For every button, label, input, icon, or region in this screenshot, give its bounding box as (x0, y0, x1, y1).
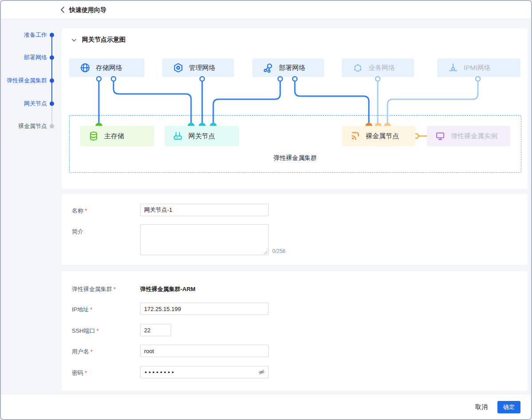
step-dot-3 (50, 78, 54, 83)
node-box-main-storage[interactable]: 主存储 (80, 126, 154, 146)
page-title: 快速使用向导 (69, 1, 106, 19)
confirm-button[interactable]: 确定 (497, 401, 520, 413)
deploy-network-icon (263, 62, 274, 73)
network-box-manage[interactable]: 管理网络 (162, 58, 234, 77)
step-item-network[interactable]: 部署网络 (1, 54, 47, 61)
step-item-cluster[interactable]: 弹性裸金属集群 (1, 78, 47, 84)
ipmi-network-icon (448, 62, 458, 73)
stepper-line-pending (51, 104, 52, 126)
network-label: 存储网络 (96, 64, 122, 72)
header-bar: 快速使用向导 (1, 1, 531, 19)
basic-info-form: 名称* 简介 0/256 (62, 194, 528, 265)
port-business (376, 77, 380, 81)
node-label: 网关节点 (188, 132, 215, 140)
network-box-deploy[interactable]: 部署网络 (252, 58, 324, 77)
broadcast-icon (350, 131, 360, 141)
back-button[interactable] (59, 5, 67, 14)
diagram-section-title: 网关节点示意图 (82, 36, 125, 44)
resize-handle-icon[interactable] (264, 250, 268, 254)
globe-network-icon (80, 62, 90, 73)
step-dot-5 (50, 124, 54, 128)
node-label: 裸金属节点 (366, 132, 399, 140)
name-input[interactable] (140, 204, 269, 216)
password-input[interactable] (140, 366, 269, 378)
required-mark: * (85, 369, 87, 376)
node-box-elastic-instance[interactable]: 弹性裸金属实例 (427, 126, 510, 146)
network-label: 业务网络 (368, 64, 395, 72)
node-label: 主存储 (104, 132, 124, 140)
monitor-icon (435, 131, 446, 141)
ip-input[interactable] (140, 303, 269, 315)
ip-label: IP地址* (72, 306, 92, 314)
description-textarea[interactable] (140, 224, 269, 255)
port-storage-2 (111, 77, 116, 81)
ssh-port-input[interactable] (140, 324, 171, 336)
required-mark: * (85, 207, 87, 214)
chevron-left-icon (59, 5, 67, 14)
step-dot-1 (50, 33, 54, 37)
node-box-gateway[interactable]: 网关节点 (164, 126, 239, 146)
cancel-button[interactable]: 取消 (472, 401, 491, 413)
manage-network-icon (173, 62, 184, 73)
step-dot-4 (50, 101, 54, 106)
required-mark: * (90, 348, 93, 355)
footer-bar: 取消 确定 (1, 394, 531, 419)
chevron-down-icon (71, 38, 77, 43)
required-mark: * (90, 306, 92, 313)
eye-off-icon[interactable] (258, 369, 265, 376)
connection-form: 弹性裸金属集群* 弹性裸金属集群-ARM IP地址* SSH端口* 用户名* 密… (62, 271, 528, 391)
port-manage (200, 77, 204, 81)
diagram-panel: 网关节点示意图 弹性裸金属集群 (62, 28, 528, 189)
required-mark: * (113, 286, 116, 292)
name-label: 名称* (72, 207, 87, 215)
node-label: 弹性裸金属实例 (451, 132, 497, 140)
username-input[interactable] (140, 345, 269, 357)
ssh-port-label: SSH端口* (72, 327, 99, 335)
network-box-ipmi[interactable]: IPMI网络 (437, 58, 520, 77)
network-label: 部署网络 (279, 64, 305, 72)
quick-start-wizard-window: 快速使用向导 准备工作 部署网络 弹性裸金属集群 网关节点 裸金属节点 网关节点… (0, 0, 532, 420)
network-label: IPMI网络 (464, 64, 491, 72)
port-ipmi (476, 77, 480, 81)
cluster-label: 弹性裸金属集群* (72, 285, 116, 293)
step-item-prepare[interactable]: 准备工作 (1, 32, 47, 38)
required-mark: * (97, 327, 99, 334)
port-storage-1 (97, 77, 101, 81)
username-label: 用户名* (72, 348, 93, 356)
network-box-storage[interactable]: 存储网络 (69, 58, 145, 77)
password-label: 密码* (72, 369, 87, 377)
port-deploy-2 (293, 77, 297, 81)
network-label: 管理网络 (189, 64, 215, 72)
network-box-business[interactable]: 业务网络 (342, 58, 414, 77)
description-field-wrap (140, 224, 269, 255)
char-counter: 0/256 (272, 248, 286, 254)
step-item-baremetal[interactable]: 裸金属节点 (1, 123, 47, 129)
cluster-value: 弹性裸金属集群-ARM (140, 285, 196, 293)
cluster-region-label: 弹性裸金属集群 (69, 154, 521, 162)
business-network-icon (352, 62, 363, 73)
password-field-wrap (140, 366, 269, 378)
router-icon (172, 131, 183, 141)
port-deploy-1 (278, 77, 282, 81)
step-dot-2 (50, 55, 54, 60)
node-box-bare-metal[interactable]: 裸金属节点 (342, 126, 415, 146)
step-item-gateway[interactable]: 网关节点 (1, 101, 47, 107)
description-label: 简介 (72, 228, 83, 236)
stepper-line-done (51, 35, 52, 104)
database-icon (88, 131, 99, 141)
